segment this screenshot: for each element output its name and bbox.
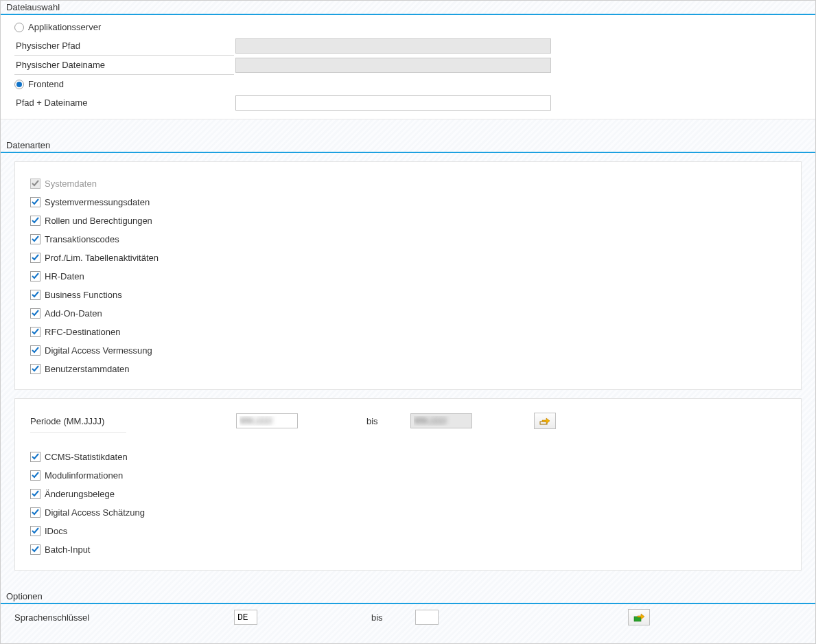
radio-label: Applikationsserver: [28, 22, 101, 32]
checkbox-modulinfo[interactable]: [30, 470, 40, 481]
radio-frontend[interactable]: Frontend: [14, 80, 64, 89]
input-pfad-dateiname[interactable]: [235, 95, 551, 111]
radio-applikationsserver[interactable]: Applikationsserver: [14, 23, 101, 32]
input-physischer-pfad: [235, 38, 551, 54]
checkbox-batchinput[interactable]: [30, 544, 40, 555]
checkbox-label-digitalaccess_ver: Digital Access Vermessung: [45, 345, 152, 356]
checkbox-proflim[interactable]: [30, 253, 40, 263]
radio-dot-icon: [14, 80, 24, 89]
checkbox-aenderung[interactable]: [30, 489, 40, 499]
checkbox-label-sysvermessung: Systemvermessungsdaten: [45, 197, 150, 207]
checkbox-tcodes[interactable]: [30, 234, 40, 244]
checkbox-label-idocs: IDocs: [45, 526, 67, 536]
section-title-file-selection: Dateiauswahl: [1, 1, 815, 14]
checkbox-systemdaten: [30, 179, 40, 189]
input-sprachenschluessel-to[interactable]: [415, 610, 439, 625]
multiple-selection-button[interactable]: [534, 413, 556, 429]
multiple-selection-button-lang[interactable]: [628, 609, 650, 625]
input-periode-from[interactable]: [236, 413, 298, 428]
checkbox-ccms[interactable]: [30, 452, 40, 462]
section-rule-datenarten: [1, 152, 815, 153]
checkbox-label-addon: Add-On-Daten: [45, 308, 102, 319]
checkbox-label-benutzerstamm: Benutzerstammdaten: [45, 364, 130, 374]
label-pfad-dateiname: Pfad + Dateiname: [14, 97, 235, 108]
checkbox-rfcdest[interactable]: [30, 327, 40, 337]
checkbox-label-tcodes: Transaktionscodes: [45, 234, 119, 244]
checkbox-label-hrdaten: HR-Daten: [45, 271, 84, 281]
panel-datatypes-main: SystemdatenSystemvermessungsdatenRollen …: [14, 161, 802, 390]
checkbox-benutzerstamm[interactable]: [30, 364, 40, 374]
checkbox-label-rollen: Rollen und Berechtigungen: [45, 216, 152, 226]
checkbox-sysvermessung[interactable]: [30, 197, 40, 207]
checkbox-rollen[interactable]: [30, 216, 40, 226]
checkbox-idocs[interactable]: [30, 526, 40, 536]
panel-datatypes-periode: Periode (MM.JJJJ) bis CCMS-Statistikdate…: [14, 398, 802, 571]
radio-label: Frontend: [28, 79, 64, 89]
label-bis-lang: bis: [371, 612, 415, 623]
checkbox-label-ccms: CCMS-Statistikdaten: [45, 452, 128, 462]
arrow-right-icon: [539, 416, 550, 426]
checkbox-businessfunc[interactable]: [30, 290, 40, 300]
input-periode-to: [410, 413, 472, 428]
checkbox-hrdaten[interactable]: [30, 271, 40, 281]
checkbox-addon[interactable]: [30, 308, 40, 319]
checkbox-label-modulinfo: Modulinformationen: [45, 470, 123, 481]
checkbox-digacc_est[interactable]: [30, 507, 40, 518]
checkbox-label-rfcdest: RFC-Destinationen: [45, 327, 121, 337]
label-periode: Periode (MM.JJJJ): [30, 416, 236, 426]
checkbox-label-batchinput: Batch-Input: [45, 544, 91, 555]
label-sprachenschluessel: Sprachenschlüssel: [14, 612, 234, 623]
label-physischer-dateiname: Physischer Dateiname: [14, 60, 235, 70]
svg-rect-0: [540, 422, 547, 424]
radio-dot-icon: [14, 23, 24, 32]
input-physischer-dateiname: [235, 58, 551, 73]
checkbox-label-aenderung: Änderungsbelege: [45, 489, 115, 499]
checkbox-label-businessfunc: Business Functions: [45, 290, 122, 300]
checkbox-label-proflim: Prof./Lim. Tabellenaktivitäten: [45, 253, 159, 263]
label-bis: bis: [366, 416, 410, 426]
export-icon: [633, 612, 644, 622]
input-sprachenschluessel[interactable]: [234, 610, 257, 625]
section-title-optionen: Optionen: [1, 590, 815, 603]
checkbox-label-systemdaten: Systemdaten: [45, 179, 97, 189]
checkbox-label-digacc_est: Digital Access Schätzung: [45, 507, 145, 518]
label-physischer-pfad: Physischer Pfad: [14, 41, 235, 51]
section-title-datenarten: Datenarten: [1, 139, 815, 152]
checkbox-digitalaccess_ver[interactable]: [30, 345, 40, 356]
